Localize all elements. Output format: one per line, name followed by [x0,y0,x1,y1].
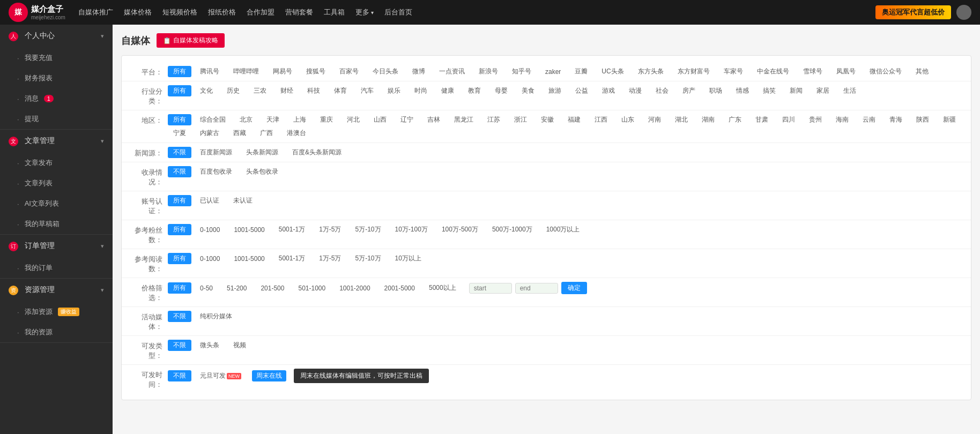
industry-option-emotion[interactable]: 情感 [731,85,754,96]
industry-option-travel[interactable]: 旅游 [543,85,567,96]
fans-option-500w-1000w[interactable]: 500万-1000万 [487,224,538,235]
fans-option-1000w-plus[interactable]: 1000万以上 [541,224,585,235]
platform-option-netease[interactable]: 网易号 [268,66,298,77]
platform-option-fenghuang[interactable]: 凤凰号 [831,66,861,77]
fans-option-1001-5000[interactable]: 1001-5000 [228,225,270,235]
region-option-qinghai[interactable]: 青海 [884,114,908,125]
promo-banner[interactable]: 奥运冠军代言超低价 [875,5,951,19]
industry-option-fashion[interactable]: 时尚 [409,85,433,96]
nav-media-price[interactable]: 媒体价格 [124,8,152,17]
reads-option-0-1000[interactable]: 0-1000 [195,254,225,264]
industry-option-food[interactable]: 美食 [516,85,540,96]
region-option-jiangsu[interactable]: 江苏 [482,114,506,125]
region-option-tianjin[interactable]: 天津 [261,114,285,125]
industry-option-tech[interactable]: 科技 [302,85,325,96]
region-option-shaanxi[interactable]: 陕西 [911,114,934,125]
price-option-0-50[interactable]: 0-50 [195,283,218,293]
sidebar-item-recharge[interactable]: · 我要充值 [0,48,113,68]
publish-time-option-new-year[interactable]: 元旦可发NEW [195,370,247,381]
industry-option-funny[interactable]: 搞笑 [758,85,781,96]
region-option-shanghai[interactable]: 上海 [288,114,311,125]
nav-zimeiti[interactable]: 自媒体推广 [78,8,113,17]
publish-type-option-micro[interactable]: 微头条 [195,340,225,351]
industry-option-public[interactable]: 公益 [570,85,593,96]
region-option-liaoning[interactable]: 辽宁 [395,114,419,125]
industry-option-news[interactable]: 新闻 [784,85,808,96]
industry-option-entertainment[interactable]: 娱乐 [382,85,406,96]
industry-option-culture[interactable]: 文化 [195,85,218,96]
region-option-neimenggu[interactable]: 内蒙古 [195,128,225,139]
region-option-beijing[interactable]: 北京 [234,114,258,125]
region-option-nationwide[interactable]: 综合全国 [195,114,231,125]
platform-option-dongfang[interactable]: 东方头条 [633,66,669,77]
platform-option-zhihu[interactable]: 知乎号 [507,66,537,77]
sidebar-item-ai-article[interactable]: · AI文章列表 [0,193,113,214]
strategy-button[interactable]: 📋 自媒体发稿攻略 [157,33,225,48]
sidebar-item-draft[interactable]: · 我的草稿箱 [0,214,113,234]
region-option-hubei[interactable]: 湖北 [670,114,693,125]
platform-option-yidian[interactable]: 一点资讯 [434,66,470,77]
industry-option-all[interactable]: 所有 [168,85,191,96]
industry-option-sports[interactable]: 体育 [329,85,352,96]
industry-option-auto[interactable]: 汽车 [355,85,379,96]
platform-option-zhongjin[interactable]: 中金在线号 [752,66,795,77]
region-option-hainan[interactable]: 海南 [830,114,854,125]
fans-option-10w-100w[interactable]: 10万-100万 [390,224,433,235]
sidebar-header-article[interactable]: 文 文章管理 ▾ [0,130,113,153]
platform-option-sohu[interactable]: 搜狐号 [301,66,331,77]
platform-option-chejia[interactable]: 车家号 [718,66,748,77]
industry-option-history[interactable]: 历史 [221,85,245,96]
reads-option-1w-5w[interactable]: 1万-5万 [314,253,346,264]
region-option-jiangxi[interactable]: 江西 [589,114,613,125]
industry-option-realestate[interactable]: 房产 [677,85,701,96]
publish-time-option-all[interactable]: 不限 [168,370,191,381]
news-source-option-both[interactable]: 百度&头条新闻源 [287,147,347,158]
nav-more-dropdown[interactable]: 更多 ▾ [355,8,374,17]
industry-option-health[interactable]: 健康 [436,85,459,96]
platform-option-tencent[interactable]: 腾讯号 [195,66,225,77]
platform-option-sina[interactable]: 新浪号 [473,66,503,77]
reads-option-10w-plus[interactable]: 10万以上 [390,253,427,264]
user-avatar-area[interactable] [956,5,971,20]
sidebar-item-my-resource[interactable]: · 我的资源 [0,322,113,342]
region-option-gansu[interactable]: 甘肃 [750,114,774,125]
price-start-input[interactable] [469,283,512,294]
nav-cooperation[interactable]: 合作加盟 [247,8,274,17]
sidebar-header-resource[interactable]: 资 资源管理 ▾ [0,279,113,302]
region-option-heilongjiang[interactable]: 黑龙江 [449,114,479,125]
region-option-ningxia[interactable]: 宁夏 [168,128,191,139]
publish-type-option-video[interactable]: 视频 [228,340,251,351]
region-option-chongqing[interactable]: 重庆 [315,114,338,125]
price-option-501-1000[interactable]: 501-1000 [293,283,331,293]
news-source-option-all[interactable]: 不限 [168,147,191,158]
sidebar-item-article-list[interactable]: · 文章列表 [0,173,113,193]
reads-option-all[interactable]: 所有 [168,253,191,264]
logo[interactable]: 媒 媒介盒子 meijehezi.com [9,3,65,22]
region-option-guizhou[interactable]: 贵州 [804,114,827,125]
price-option-201-500[interactable]: 201-500 [255,283,289,293]
sidebar-item-publish[interactable]: · 文章发布 [0,153,113,173]
region-option-shandong[interactable]: 山东 [616,114,640,125]
price-option-1001-2000[interactable]: 1001-2000 [334,283,375,293]
fans-option-all[interactable]: 所有 [168,224,191,235]
region-option-fujian[interactable]: 福建 [562,114,586,125]
platform-option-dongfangcaifu[interactable]: 东方财富号 [672,66,715,77]
reads-option-5w-10w[interactable]: 5万-10万 [350,253,386,264]
region-option-anhui[interactable]: 安徽 [536,114,559,125]
industry-option-education[interactable]: 教育 [463,85,486,96]
industry-option-home[interactable]: 家居 [811,85,835,96]
fans-option-0-1000[interactable]: 0-1000 [195,225,225,235]
active-media-option-pure-points[interactable]: 纯积分媒体 [195,311,237,322]
platform-option-other[interactable]: 其他 [910,66,934,77]
nav-newspaper-price[interactable]: 报纸价格 [208,8,236,17]
region-option-guangdong[interactable]: 广东 [723,114,747,125]
region-option-zhejiang[interactable]: 浙江 [509,114,532,125]
platform-option-toutiao[interactable]: 今日头条 [367,66,404,77]
industry-option-baby[interactable]: 母婴 [489,85,513,96]
price-option-all[interactable]: 所有 [168,282,191,294]
sidebar-header-personal[interactable]: 人 个人中心 ▾ [0,25,113,48]
region-option-jilin[interactable]: 吉林 [422,114,446,125]
reads-option-1001-5000[interactable]: 1001-5000 [228,254,270,264]
price-confirm-button[interactable]: 确定 [561,282,587,294]
region-option-sichuan[interactable]: 四川 [777,114,800,125]
